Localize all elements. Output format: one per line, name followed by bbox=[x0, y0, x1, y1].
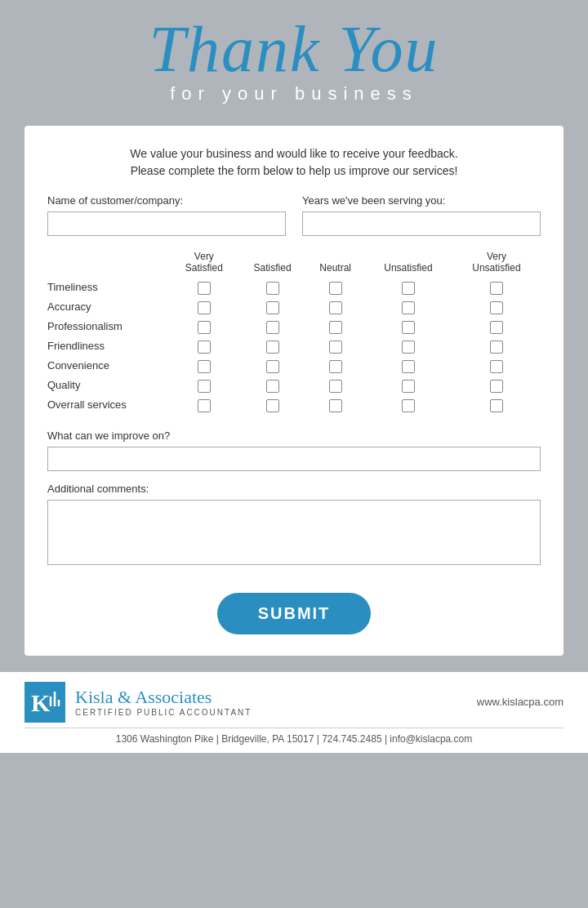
rating-checkbox[interactable] bbox=[402, 340, 415, 354]
rating-row-label: Friendliness bbox=[47, 336, 170, 356]
submit-area: SUBMIT bbox=[47, 585, 541, 639]
rating-cell bbox=[238, 356, 307, 376]
rating-checkbox[interactable] bbox=[329, 399, 342, 412]
rating-checkbox[interactable] bbox=[490, 360, 503, 373]
rating-checkbox[interactable] bbox=[198, 321, 211, 334]
rating-checkbox[interactable] bbox=[490, 399, 503, 412]
comments-label: Additional comments: bbox=[47, 483, 541, 495]
rating-cell bbox=[238, 297, 307, 317]
rating-row-label: Convenience bbox=[47, 356, 170, 376]
rating-checkbox[interactable] bbox=[329, 301, 342, 314]
improve-label: What can we improve on? bbox=[47, 430, 541, 442]
rating-checkbox[interactable] bbox=[402, 380, 415, 393]
rating-cell bbox=[238, 317, 307, 336]
rating-checkbox[interactable] bbox=[266, 380, 279, 393]
intro-line2: Please complete the form below to help u… bbox=[131, 164, 458, 177]
rating-cell bbox=[238, 376, 307, 395]
rating-checkbox[interactable] bbox=[266, 399, 279, 412]
rating-row-label: Accuracy bbox=[47, 297, 170, 317]
rating-checkbox[interactable] bbox=[329, 340, 342, 354]
rating-checkbox[interactable] bbox=[402, 321, 415, 334]
rating-checkbox[interactable] bbox=[490, 301, 503, 314]
rating-checkbox[interactable] bbox=[329, 380, 342, 393]
rating-checkbox[interactable] bbox=[198, 380, 211, 393]
rating-checkbox[interactable] bbox=[329, 282, 342, 295]
rating-cell bbox=[238, 278, 307, 297]
rating-cell bbox=[170, 317, 238, 336]
rating-checkbox[interactable] bbox=[266, 321, 279, 334]
rating-checkbox[interactable] bbox=[490, 321, 503, 334]
rating-cell bbox=[307, 336, 364, 356]
rating-cell bbox=[364, 317, 452, 336]
rating-cell bbox=[452, 356, 541, 376]
rating-cell bbox=[364, 395, 452, 415]
comments-section: Additional comments: bbox=[47, 483, 541, 568]
rating-cell bbox=[364, 336, 452, 356]
thank-you-title: Thank You bbox=[0, 16, 588, 82]
company-logo-icon: K bbox=[24, 682, 65, 723]
rating-cell bbox=[170, 336, 238, 356]
rating-checkbox[interactable] bbox=[198, 282, 211, 295]
rating-checkbox[interactable] bbox=[266, 360, 279, 373]
rating-table: VerySatisfied Satisfied Neutral Unsatisf… bbox=[47, 251, 541, 415]
rating-cell bbox=[170, 356, 238, 376]
rating-cell bbox=[238, 395, 307, 415]
rating-section: VerySatisfied Satisfied Neutral Unsatisf… bbox=[47, 251, 541, 415]
rating-checkbox[interactable] bbox=[266, 340, 279, 354]
improve-input[interactable] bbox=[47, 447, 541, 471]
rating-cell bbox=[307, 376, 364, 395]
comments-textarea[interactable] bbox=[47, 500, 541, 565]
col-header-very-unsatisfied: VeryUnsatisfied bbox=[452, 251, 541, 278]
company-name: Kisla & Associates bbox=[75, 687, 252, 708]
rating-checkbox[interactable] bbox=[198, 340, 211, 354]
company-name-block: Kisla & Associates CERTIFIED PUBLIC ACCO… bbox=[75, 687, 252, 717]
rating-row: Convenience bbox=[47, 356, 541, 376]
customer-input[interactable] bbox=[47, 211, 286, 236]
rating-cell bbox=[452, 278, 541, 297]
rating-checkbox[interactable] bbox=[402, 399, 415, 412]
footer-top: K Kisla & Associates CERTIFIED PUBLIC AC… bbox=[24, 682, 564, 723]
rating-checkbox[interactable] bbox=[198, 360, 211, 373]
header-section: Thank You for your business bbox=[0, 0, 588, 113]
rating-checkbox[interactable] bbox=[329, 360, 342, 373]
rating-cell bbox=[307, 356, 364, 376]
svg-text:K: K bbox=[31, 689, 51, 716]
subtitle-text: for your business bbox=[0, 83, 588, 105]
years-label: Years we've been serving you: bbox=[302, 194, 541, 207]
rating-cell bbox=[364, 278, 452, 297]
rating-row-label: Professionalism bbox=[47, 317, 170, 336]
rating-cell bbox=[452, 317, 541, 336]
rating-checkbox[interactable] bbox=[402, 360, 415, 373]
customer-label: Name of customer/company: bbox=[47, 194, 286, 207]
rating-cell bbox=[364, 356, 452, 376]
rating-checkbox[interactable] bbox=[329, 321, 342, 334]
rating-row-label: Timeliness bbox=[47, 278, 170, 297]
company-sub: CERTIFIED PUBLIC ACCOUNTANT bbox=[75, 708, 252, 717]
rating-checkbox[interactable] bbox=[266, 301, 279, 314]
intro-text: We value your business and would like to… bbox=[47, 145, 541, 180]
rating-checkbox[interactable] bbox=[490, 340, 503, 354]
rating-checkbox[interactable] bbox=[402, 301, 415, 314]
rating-cell bbox=[307, 297, 364, 317]
col-header-very-satisfied: VerySatisfied bbox=[170, 251, 238, 278]
rating-cell bbox=[364, 376, 452, 395]
rating-cell bbox=[364, 297, 452, 317]
submit-button[interactable]: SUBMIT bbox=[217, 593, 372, 634]
col-header-satisfied: Satisfied bbox=[238, 251, 307, 278]
rating-cell bbox=[452, 336, 541, 356]
rating-cell bbox=[307, 317, 364, 336]
rating-checkbox[interactable] bbox=[402, 282, 415, 295]
rating-cell bbox=[452, 376, 541, 395]
col-header-neutral: Neutral bbox=[307, 251, 364, 278]
rating-checkbox[interactable] bbox=[198, 301, 211, 314]
rating-checkbox[interactable] bbox=[266, 282, 279, 295]
rating-cell bbox=[452, 395, 541, 415]
improve-section: What can we improve on? bbox=[47, 430, 541, 471]
years-input[interactable] bbox=[302, 211, 541, 236]
rating-checkbox[interactable] bbox=[490, 380, 503, 393]
rating-checkbox[interactable] bbox=[490, 282, 503, 295]
rating-checkbox[interactable] bbox=[198, 399, 211, 412]
col-header-blank bbox=[47, 251, 170, 278]
rating-cell bbox=[307, 395, 364, 415]
rating-cell bbox=[452, 297, 541, 317]
